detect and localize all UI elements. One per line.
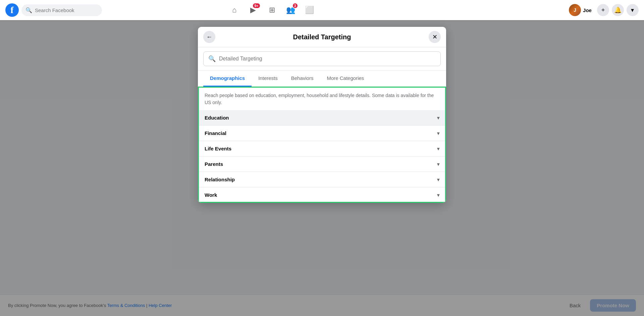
search-icon: 🔍 — [25, 7, 32, 13]
nav-gaming-button[interactable]: ⬜ — [302, 2, 318, 18]
modal-title: Detailed Targeting — [293, 33, 351, 41]
accordion-life-events-header[interactable]: Life Events ▾ — [198, 141, 446, 156]
parents-chevron-icon: ▾ — [437, 162, 439, 167]
chevron-down-icon: ▾ — [631, 6, 634, 14]
relationship-chevron-icon: ▾ — [437, 177, 439, 182]
search-box[interactable]: 🔍 — [21, 4, 102, 16]
navbar: f 🔍 ⌂ ▶ 9+ ⊞ 👥 3 ⬜ J Joe + � — [0, 0, 644, 20]
add-button[interactable]: + — [597, 4, 609, 16]
tab-more-categories[interactable]: More Categories — [320, 71, 371, 87]
targeting-tabs: Demographics Interests Behaviors More Ca… — [198, 71, 446, 87]
logo-letter: f — [10, 5, 13, 15]
username-label: Joe — [583, 7, 592, 13]
modal-search-icon: 🔍 — [208, 55, 216, 62]
tab-demographics[interactable]: Demographics — [203, 71, 252, 87]
gaming-icon: ⬜ — [305, 6, 314, 14]
nav-center: ⌂ ▶ 9+ ⊞ 👥 3 ⬜ — [226, 2, 318, 18]
modal-overlay: ← Detailed Targeting ✕ 🔍 Demographics In… — [0, 20, 644, 316]
plus-icon: + — [601, 7, 605, 14]
work-chevron-icon: ▾ — [437, 192, 439, 198]
accordion-financial-header[interactable]: Financial ▾ — [198, 126, 446, 141]
tab-behaviors[interactable]: Behaviors — [284, 71, 320, 87]
accordion-relationship: Relationship ▾ — [198, 172, 446, 187]
accordion-life-events: Life Events ▾ — [198, 141, 446, 156]
search-input[interactable] — [35, 7, 98, 13]
nav-marketplace-button[interactable]: ⊞ — [264, 2, 280, 18]
detailed-targeting-modal: ← Detailed Targeting ✕ 🔍 Demographics In… — [198, 27, 446, 203]
accordion-education: Education ▾ — [198, 110, 446, 126]
education-chevron-icon: ▾ — [437, 115, 439, 121]
accordion-work: Work ▾ — [198, 187, 446, 203]
relationship-label: Relationship — [205, 177, 235, 182]
notifications-button[interactable]: 🔔 — [612, 4, 624, 16]
facebook-logo[interactable]: f — [5, 3, 19, 17]
groups-badge: 3 — [292, 3, 298, 9]
back-arrow-icon: ← — [206, 34, 212, 41]
accordion-parents-header[interactable]: Parents ▾ — [198, 156, 446, 172]
modal-search-container: 🔍 — [198, 47, 446, 71]
avatar: J — [569, 4, 581, 16]
close-icon: ✕ — [432, 33, 437, 41]
accordion-work-header[interactable]: Work ▾ — [198, 187, 446, 202]
detailed-targeting-search-input[interactable] — [219, 56, 436, 62]
dropdown-button[interactable]: ▾ — [627, 4, 639, 16]
life-events-chevron-icon: ▾ — [437, 146, 439, 151]
accordion-education-header[interactable]: Education ▾ — [198, 110, 446, 125]
video-badge: 9+ — [252, 3, 261, 9]
modal-header: ← Detailed Targeting ✕ — [198, 27, 446, 47]
nav-home-button[interactable]: ⌂ — [226, 2, 243, 18]
bell-icon: 🔔 — [614, 6, 622, 14]
modal-back-button[interactable]: ← — [203, 31, 215, 43]
accordion-relationship-header[interactable]: Relationship ▾ — [198, 172, 446, 187]
financial-chevron-icon: ▾ — [437, 131, 439, 136]
education-label: Education — [205, 115, 229, 121]
accordion-financial: Financial ▾ — [198, 126, 446, 141]
nav-right: J Joe + 🔔 ▾ — [566, 3, 639, 17]
modal-close-button[interactable]: ✕ — [429, 31, 441, 43]
nav-groups-button[interactable]: 👥 3 — [283, 2, 299, 18]
user-profile-button[interactable]: J Joe — [566, 3, 594, 17]
accordion-parents: Parents ▾ — [198, 156, 446, 172]
modal-search-inner[interactable]: 🔍 — [203, 51, 441, 66]
financial-label: Financial — [205, 130, 226, 136]
tab-interests[interactable]: Interests — [252, 71, 284, 87]
work-label: Work — [205, 192, 217, 198]
marketplace-icon: ⊞ — [269, 6, 275, 14]
demographics-description: Reach people based on education, employm… — [198, 87, 446, 110]
life-events-label: Life Events — [205, 146, 231, 151]
parents-label: Parents — [205, 161, 223, 167]
modal-content-area: Reach people based on education, employm… — [198, 87, 446, 203]
nav-video-button[interactable]: ▶ 9+ — [245, 2, 261, 18]
home-icon: ⌂ — [232, 6, 236, 14]
